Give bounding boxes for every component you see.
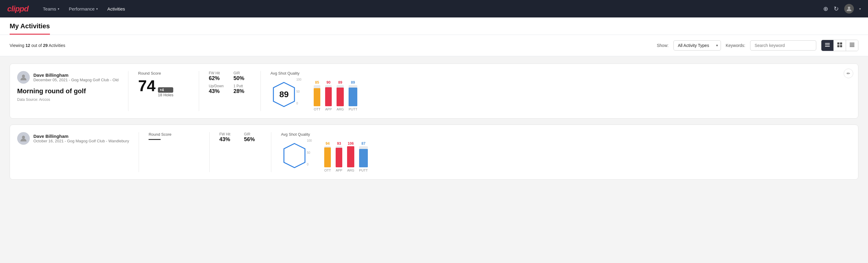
bar-chart-2: 94OTT93APP106ARG87PUTT xyxy=(324,139,368,172)
avatar-2 xyxy=(17,132,30,145)
bar-value-putt: 87 xyxy=(362,141,365,146)
bar-fill-arg xyxy=(347,146,354,167)
nav-teams[interactable]: Teams ▾ xyxy=(43,6,59,11)
quality-inner: 89 100 50 0 85OTT90APP89ARG89PUTT xyxy=(270,78,851,111)
bar-column-arg: 106ARG xyxy=(347,141,354,172)
y-label-50-2: 50 xyxy=(307,151,312,154)
stat-fw-hit-value: 62% xyxy=(209,75,226,82)
svg-rect-9 xyxy=(850,44,855,45)
keywords-label: Keywords: xyxy=(726,43,745,48)
data-source: Data Source: Arccos xyxy=(17,97,119,102)
score-line xyxy=(149,139,161,140)
activity-type-select[interactable]: All Activity Types xyxy=(673,40,721,51)
bar-outer-arg xyxy=(347,146,354,167)
bar-label-ott: OTT xyxy=(314,108,320,111)
viewing-of: out of xyxy=(30,43,43,48)
bar-label-arg: ARG xyxy=(337,108,344,111)
nav-activities[interactable]: Activities xyxy=(107,6,125,11)
bar-outer-ott xyxy=(324,146,331,167)
nav-activities-label: Activities xyxy=(107,6,125,11)
stats-section: FW Hit 62% GIR 50% Up/Down 43% 1 Putt 28… xyxy=(209,71,251,94)
round-score-section-2: Round Score xyxy=(149,132,200,140)
user-details-2: Dave Billingham October 16, 2021 - Gog M… xyxy=(33,134,129,143)
show-label: Show: xyxy=(657,43,669,48)
holes-label: 18 Holes xyxy=(158,93,173,97)
stat-1putt-value: 28% xyxy=(234,88,251,94)
viewing-count: 12 xyxy=(26,43,30,48)
stat-grid: FW Hit 62% GIR 50% Up/Down 43% 1 Putt 28… xyxy=(209,71,251,94)
bar-outer-putt xyxy=(349,85,357,106)
svg-rect-1 xyxy=(825,43,830,43)
y-label-50: 50 xyxy=(296,90,301,93)
bar-value-app: 93 xyxy=(337,141,341,146)
stat-fw-hit: FW Hit 62% xyxy=(209,71,226,82)
bar-value-ott: 94 xyxy=(326,141,330,146)
nav-performance-label: Performance xyxy=(69,6,95,11)
bar-column-ott: 85OTT xyxy=(314,80,320,111)
bar-label-ott: OTT xyxy=(324,169,331,172)
bar-fill-ott xyxy=(324,147,331,167)
card-divider-5 xyxy=(209,132,210,172)
activity-type-select-wrapper: All Activity Types ▾ xyxy=(673,40,721,51)
add-circle-icon[interactable]: ⊕ xyxy=(823,5,828,12)
stat-grid-2: FW Hit 43% GIR 56% xyxy=(219,132,261,143)
bar-fill-app xyxy=(336,148,342,167)
refresh-icon[interactable]: ↻ xyxy=(834,5,839,12)
svg-rect-3 xyxy=(825,46,830,47)
stats-section-2: FW Hit 43% GIR 56% xyxy=(219,132,261,143)
bar-column-app: 93APP xyxy=(336,141,342,172)
user-name: Dave Billingham xyxy=(33,72,119,78)
stat-1putt-label: 1 Putt xyxy=(234,84,251,88)
bar-outer-app xyxy=(336,146,342,167)
user-name-2: Dave Billingham xyxy=(33,134,129,139)
stat-gir-value: 50% xyxy=(234,75,251,82)
svg-point-14 xyxy=(22,136,25,139)
user-date: December 05, 2021 - Gog Magog Golf Club … xyxy=(33,78,119,82)
edit-button[interactable]: ✏ xyxy=(844,68,853,78)
stat-fw-hit-label-2: FW Hit xyxy=(219,132,237,136)
user-avatar-icon[interactable] xyxy=(844,4,854,13)
view-grid-button[interactable] xyxy=(834,40,846,51)
logo[interactable]: clippd xyxy=(7,4,29,13)
chart-y-labels-2: 100 50 0 xyxy=(307,139,312,166)
bar-column-putt: 89PUTT xyxy=(349,80,357,111)
bar-label-app: APP xyxy=(336,169,342,172)
bar-value-app: 90 xyxy=(327,80,331,85)
bar-chart: 85OTT90APP89ARG89PUTT xyxy=(314,78,357,111)
activity-title: Morning round of golf xyxy=(17,87,119,95)
bar-outer-app xyxy=(325,85,332,106)
filter-bar: Viewing 12 out of 29 Activities Show: Al… xyxy=(0,35,868,56)
activity-card-2: Dave Billingham October 16, 2021 - Gog M… xyxy=(10,124,858,180)
svg-rect-11 xyxy=(850,46,855,47)
avg-shot-quality-section-2: Avg Shot Quality 100 50 0 xyxy=(281,132,851,172)
user-info-2: Dave Billingham October 16, 2021 - Gog M… xyxy=(17,132,129,145)
svg-rect-7 xyxy=(840,45,842,47)
user-details: Dave Billingham December 05, 2021 - Gog … xyxy=(33,72,119,82)
stat-fw-hit-label: FW Hit xyxy=(209,71,226,75)
view-list-button[interactable] xyxy=(846,40,858,51)
bar-fill-app xyxy=(325,87,332,106)
bar-chart-wrap-2: 100 50 0 94OTT93APP106ARG87PUTT xyxy=(315,139,368,172)
card-left-section-2: Dave Billingham October 16, 2021 - Gog M… xyxy=(17,132,129,148)
nav-performance[interactable]: Performance ▾ xyxy=(69,6,98,11)
y-label-100-2: 100 xyxy=(307,139,312,142)
svg-rect-4 xyxy=(837,42,839,45)
round-score-section: Round Score 74 +4 18 Holes xyxy=(138,71,189,97)
bar-column-putt: 87PUTT xyxy=(359,141,368,172)
view-list-compact-button[interactable] xyxy=(822,40,834,51)
bar-chart-wrap: 100 50 0 85OTT90APP89ARG89PUTT xyxy=(305,78,357,111)
page-title: My Activities xyxy=(10,22,50,35)
round-score-label: Round Score xyxy=(138,71,189,76)
y-label-0: 0 xyxy=(296,102,301,105)
stat-gir-value-2: 56% xyxy=(244,136,261,143)
stat-gir-label: GIR xyxy=(234,71,251,75)
svg-rect-2 xyxy=(825,45,830,45)
search-input[interactable] xyxy=(750,40,816,51)
bar-column-ott: 94OTT xyxy=(324,141,331,172)
hexagon-value: 89 xyxy=(279,90,289,99)
chevron-down-icon: ▾ xyxy=(96,7,98,10)
bar-label-arg: ARG xyxy=(347,169,354,172)
bar-value-arg: 106 xyxy=(348,141,354,146)
bar-value-ott: 85 xyxy=(315,80,319,85)
stat-fw-hit-2: FW Hit 43% xyxy=(219,132,237,143)
